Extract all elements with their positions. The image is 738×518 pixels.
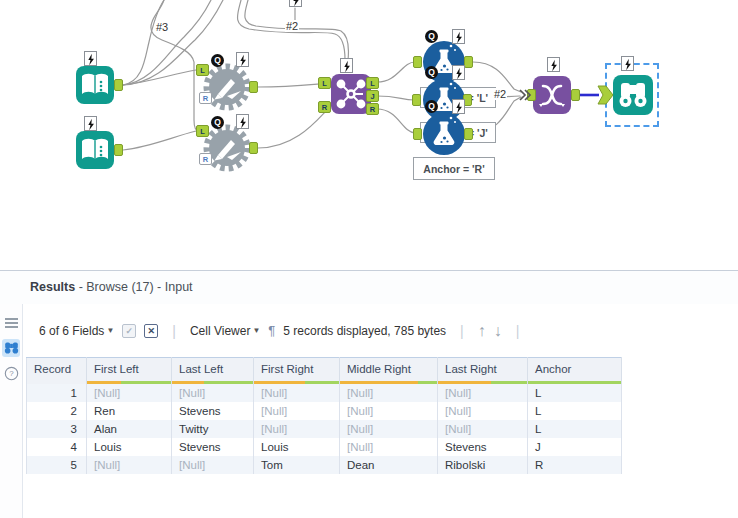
quality-ok-segment (305, 381, 339, 384)
annotation-anchor-r[interactable]: Anchor = 'R' (413, 157, 495, 180)
results-sidebar: ? (0, 304, 23, 518)
record-number-cell[interactable]: 2 (27, 402, 87, 420)
column-header-record[interactable]: Record (27, 358, 87, 384)
select-fields-icon[interactable]: ✓ (122, 324, 136, 338)
connection-label-3[interactable]: #3 (155, 21, 169, 33)
browse-view-icon[interactable] (2, 339, 20, 357)
record-number-cell[interactable]: 4 (27, 438, 87, 456)
join-output-J[interactable]: J (366, 90, 379, 102)
data-cell[interactable]: L (528, 402, 622, 420)
fields-dropdown[interactable]: 6 of 6 Fields▼ (39, 324, 114, 338)
data-cell[interactable]: Stevens (438, 438, 528, 456)
data-cell[interactable]: Twitty (172, 420, 254, 438)
data-cell[interactable]: Alan (87, 420, 172, 438)
config-list-icon[interactable] (2, 314, 20, 332)
data-cell[interactable]: Ren (87, 402, 172, 420)
data-cell[interactable]: [Null] (172, 384, 254, 402)
whitespace-toggle-icon[interactable]: ¶ (268, 323, 275, 338)
join-tool[interactable] (331, 74, 371, 114)
data-cell[interactable]: Stevens (172, 438, 254, 456)
input-anchor-R[interactable]: R (199, 153, 212, 165)
data-cell[interactable]: [Null] (254, 384, 340, 402)
data-cell[interactable]: [Null] (340, 438, 438, 456)
column-header-first-right[interactable]: First Right (254, 358, 340, 384)
record-number-cell[interactable]: 1 (27, 384, 87, 402)
data-cell[interactable]: [Null] (340, 402, 438, 420)
up-arrow-icon[interactable]: ↑ (478, 322, 486, 340)
cell-viewer-dropdown[interactable]: Cell Viewer▼ (190, 324, 260, 338)
data-cell[interactable]: [Null] (87, 384, 172, 402)
connection-label-2-top[interactable]: #2 (285, 20, 299, 32)
data-cell[interactable]: Tom (254, 456, 340, 474)
lightning-icon (452, 99, 465, 114)
data-cell[interactable]: [Null] (438, 402, 528, 420)
lightning-icon (452, 29, 465, 44)
data-cell[interactable]: [Null] (438, 420, 528, 438)
record-number-cell[interactable]: 5 (27, 456, 87, 474)
data-cell[interactable]: Ribolski (438, 456, 528, 474)
lightning-icon (340, 58, 353, 73)
quality-null-segment (438, 381, 491, 384)
column-label: First Left (94, 363, 171, 375)
data-quality-bar (254, 381, 339, 384)
data-cell[interactable]: [Null] (254, 420, 340, 438)
flask-macro-tool-3[interactable] (422, 112, 466, 160)
data-cell[interactable]: [Null] (172, 456, 254, 474)
workflow-canvas[interactable]: #2 #3 Q (0, 0, 738, 270)
output-anchor[interactable] (114, 79, 123, 91)
join-input-L[interactable]: L (318, 77, 331, 89)
join-output-L[interactable]: L (366, 77, 379, 89)
column-header-first-left[interactable]: First Left (87, 358, 172, 384)
output-anchor[interactable] (249, 81, 258, 93)
toolbar-separator: | (516, 323, 520, 339)
help-icon[interactable]: ? (2, 364, 20, 382)
data-cell[interactable]: R (528, 456, 622, 474)
input-data-tool-1[interactable] (76, 66, 114, 104)
lightning-icon (547, 57, 560, 72)
toolbar-separator: | (460, 323, 464, 339)
input-anchor[interactable] (413, 128, 422, 140)
input-anchor[interactable] (413, 56, 422, 68)
output-anchor[interactable] (249, 142, 258, 154)
browse-input-anchor[interactable] (597, 85, 614, 109)
data-cell[interactable]: L (528, 384, 622, 402)
record-number-cell[interactable]: 3 (27, 420, 87, 438)
input-anchor-L[interactable]: L (196, 64, 209, 76)
chevron-down-icon: ▼ (252, 326, 260, 335)
column-header-anchor[interactable]: Anchor (528, 358, 622, 384)
data-cell[interactable]: Stevens (172, 402, 254, 420)
down-arrow-icon[interactable]: ↓ (494, 322, 502, 340)
data-cell[interactable]: Louis (87, 438, 172, 456)
column-header-last-right[interactable]: Last Right (438, 358, 528, 384)
input-anchor[interactable] (412, 94, 421, 106)
output-anchor[interactable] (114, 144, 123, 156)
output-anchor[interactable] (464, 56, 473, 68)
column-label: Last Left (179, 363, 253, 375)
quality-null-segment (340, 381, 418, 384)
data-cell[interactable]: Louis (254, 438, 340, 456)
input-data-tool-2[interactable] (76, 131, 114, 169)
data-cell[interactable]: J (528, 438, 622, 456)
data-cell[interactable]: [Null] (87, 456, 172, 474)
input-anchor-R[interactable]: R (199, 92, 212, 104)
union-tool[interactable] (533, 76, 571, 114)
chevron-down-icon: ▼ (106, 326, 114, 335)
deselect-fields-icon[interactable]: ✕ (144, 324, 158, 338)
output-anchor[interactable] (571, 89, 580, 101)
data-cell[interactable]: [Null] (340, 420, 438, 438)
input-anchor-L[interactable]: L (196, 125, 209, 137)
browse-tool[interactable] (613, 75, 653, 115)
data-cell[interactable]: [Null] (438, 384, 528, 402)
connection-label-2[interactable]: #2 (493, 88, 507, 100)
column-label: Anchor (535, 363, 621, 375)
join-input-R[interactable]: R (318, 101, 331, 113)
data-cell[interactable]: [Null] (254, 402, 340, 420)
join-output-R[interactable]: R (366, 103, 379, 115)
column-header-middle-right[interactable]: Middle Right (340, 358, 438, 384)
data-cell[interactable]: L (528, 420, 622, 438)
data-cell[interactable]: [Null] (340, 384, 438, 402)
data-cell[interactable]: Dean (340, 456, 438, 474)
column-header-last-left[interactable]: Last Left (172, 358, 254, 384)
output-anchor[interactable] (464, 128, 473, 140)
quality-ok-segment (121, 381, 171, 384)
